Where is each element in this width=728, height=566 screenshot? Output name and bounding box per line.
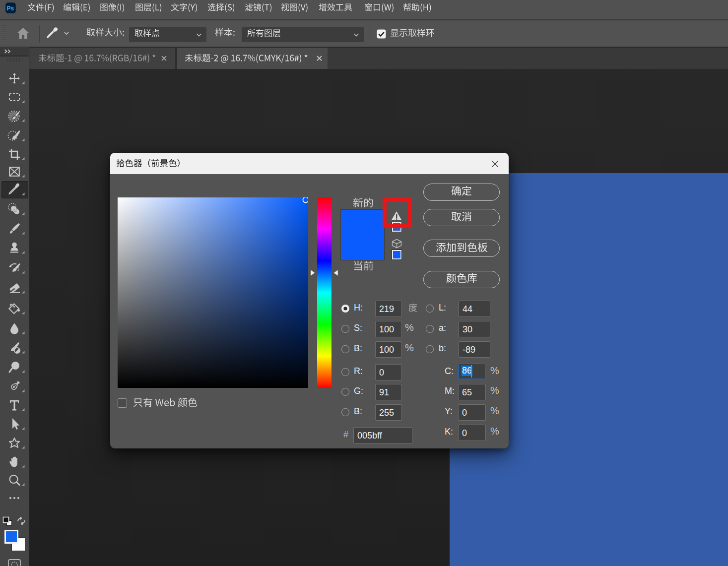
svg-text:Ps: Ps: [7, 5, 14, 12]
